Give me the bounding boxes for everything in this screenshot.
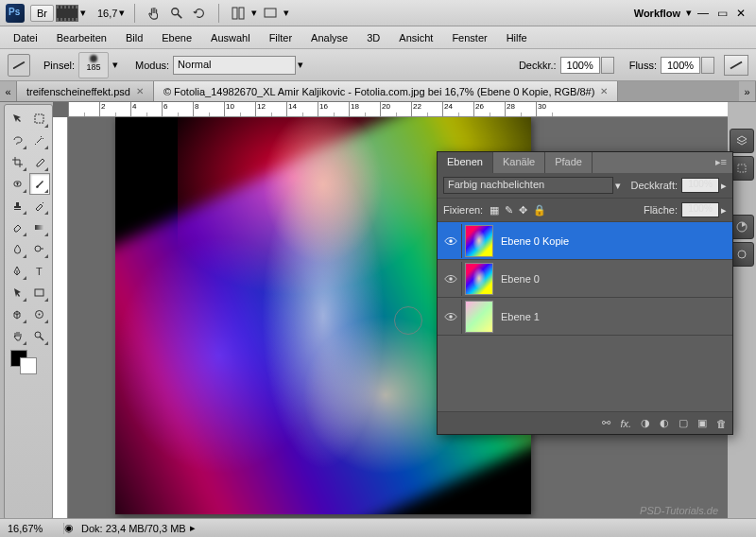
- lock-pixels-icon[interactable]: ▦: [490, 204, 499, 217]
- history-brush-tool[interactable]: [29, 195, 50, 217]
- menu-auswahl[interactable]: Auswahl: [211, 32, 250, 43]
- lasso-tool[interactable]: [8, 130, 28, 151]
- move-tool[interactable]: [8, 108, 28, 130]
- bridge-button[interactable]: Br: [30, 5, 54, 22]
- brush-preview[interactable]: 185: [78, 52, 109, 78]
- status-info-icon[interactable]: ◉: [64, 522, 74, 534]
- restore-icon[interactable]: ▭: [714, 7, 730, 20]
- airbrush-toggle[interactable]: [724, 55, 748, 76]
- tab-kanale[interactable]: Kanäle: [493, 152, 545, 173]
- dock-icon-layers[interactable]: [730, 129, 754, 153]
- layer-opacity-input[interactable]: 100%: [681, 178, 719, 193]
- status-doc-info[interactable]: Dok: 23,4 MB/70,3 MB: [81, 523, 186, 534]
- blend-mode-select[interactable]: Normal: [173, 56, 296, 75]
- filmstrip-icon[interactable]: [56, 5, 78, 22]
- layer-row[interactable]: Ebene 1: [438, 298, 732, 336]
- layer-thumbnail[interactable]: [465, 263, 493, 295]
- layer-name[interactable]: Ebene 1: [501, 311, 730, 322]
- flow-flyout[interactable]: [701, 57, 714, 74]
- layer-name[interactable]: Ebene 0 Kopie: [501, 235, 730, 247]
- tab-scroll-right[interactable]: »: [739, 81, 756, 101]
- menu-ansicht[interactable]: Ansicht: [399, 32, 433, 43]
- tab-scroll-left[interactable]: «: [0, 81, 17, 101]
- brush-dropdown[interactable]: ▾: [111, 59, 120, 71]
- menu-datei[interactable]: Datei: [13, 32, 38, 43]
- menu-fenster[interactable]: Fenster: [452, 32, 487, 43]
- document-tab-2[interactable]: © Fotolia_14982670_XL Amir Kaljikovic - …: [154, 81, 619, 101]
- layer-fill-input[interactable]: 100%: [681, 202, 719, 217]
- document-tab-1[interactable]: treifenscheineffekt.psd ✕: [17, 81, 154, 101]
- tool-preset-picker[interactable]: [8, 54, 30, 77]
- layer-row[interactable]: Ebene 0: [438, 260, 732, 298]
- arrange-dropdown[interactable]: ▾: [249, 7, 259, 19]
- eyedropper-tool[interactable]: [29, 151, 50, 173]
- lock-brush-icon[interactable]: ✎: [505, 204, 513, 217]
- 3d-camera-tool[interactable]: [29, 303, 50, 325]
- adjustment-layer-icon[interactable]: ◐: [660, 417, 669, 429]
- type-tool[interactable]: T: [29, 260, 50, 282]
- dodge-tool[interactable]: [29, 238, 50, 260]
- menu-ebene[interactable]: Ebene: [162, 32, 192, 43]
- layer-thumbnail[interactable]: [465, 225, 493, 257]
- zoom-value[interactable]: 16,7: [97, 8, 117, 19]
- opacity-input[interactable]: 100%: [560, 57, 600, 74]
- layer-fx-icon[interactable]: fx.: [620, 418, 631, 429]
- new-layer-icon[interactable]: ▣: [697, 417, 707, 429]
- tab-ebenen[interactable]: Ebenen: [438, 152, 493, 173]
- gradient-tool[interactable]: [29, 217, 50, 238]
- lock-position-icon[interactable]: ✥: [519, 204, 527, 217]
- tab-close-icon[interactable]: ✕: [136, 86, 144, 96]
- menu-bild[interactable]: Bild: [126, 32, 143, 43]
- menu-hilfe[interactable]: Hilfe: [507, 32, 527, 43]
- blend-dropdown[interactable]: ▾: [615, 180, 621, 192]
- 3d-tool[interactable]: [8, 303, 28, 325]
- shape-tool[interactable]: [29, 282, 50, 303]
- brush-tool[interactable]: [29, 173, 50, 195]
- menu-3d[interactable]: 3D: [367, 32, 380, 43]
- zoom-tool[interactable]: [29, 325, 50, 347]
- path-select-tool[interactable]: [8, 282, 28, 303]
- layer-group-icon[interactable]: ▢: [679, 417, 688, 429]
- menu-analyse[interactable]: Analyse: [311, 32, 348, 43]
- arrange-docs-icon[interactable]: [228, 3, 249, 24]
- visibility-toggle[interactable]: [439, 300, 462, 334]
- rotate-view-icon[interactable]: [189, 3, 210, 24]
- tab-pfade[interactable]: Pfade: [545, 152, 593, 173]
- horizontal-ruler[interactable]: 24681012141618202224262830: [68, 102, 728, 117]
- close-icon[interactable]: ✕: [733, 7, 748, 20]
- eraser-tool[interactable]: [8, 217, 28, 238]
- menu-filter[interactable]: Filter: [269, 32, 292, 43]
- lock-all-icon[interactable]: 🔒: [533, 204, 546, 217]
- heal-tool[interactable]: [8, 173, 28, 195]
- layer-row[interactable]: Ebene 0 Kopie: [438, 222, 732, 260]
- status-zoom[interactable]: 16,67%: [8, 523, 64, 534]
- delete-layer-icon[interactable]: 🗑: [716, 418, 727, 429]
- hand-tool[interactable]: [8, 325, 28, 347]
- zoom-dropdown[interactable]: ▾: [117, 7, 127, 19]
- marquee-tool[interactable]: [29, 108, 50, 130]
- layer-mask-icon[interactable]: ◑: [641, 417, 650, 429]
- link-layers-icon[interactable]: ⚯: [602, 417, 610, 429]
- wand-tool[interactable]: [29, 130, 50, 151]
- filmstrip-dropdown[interactable]: ▾: [78, 7, 88, 19]
- status-flyout[interactable]: ▸: [190, 522, 196, 534]
- hand-tool-icon[interactable]: [144, 3, 164, 24]
- vertical-ruler[interactable]: [53, 117, 68, 518]
- fill-flyout[interactable]: ▸: [721, 204, 727, 217]
- opacity-flyout[interactable]: ▸: [721, 180, 727, 192]
- tab-close-icon[interactable]: ✕: [600, 86, 608, 96]
- layer-thumbnail[interactable]: [465, 301, 493, 333]
- stamp-tool[interactable]: [8, 195, 28, 217]
- mode-dropdown[interactable]: ▾: [296, 59, 305, 71]
- zoom-tool-icon[interactable]: [166, 3, 187, 24]
- layers-panel[interactable]: Ebenen Kanäle Pfade ▸≡ Farbig nachbelich…: [437, 151, 733, 435]
- minimize-icon[interactable]: —: [696, 7, 711, 20]
- visibility-toggle[interactable]: [439, 262, 462, 296]
- flow-input[interactable]: 100%: [661, 57, 700, 74]
- visibility-toggle[interactable]: [439, 224, 462, 258]
- screen-mode-dropdown[interactable]: ▾: [282, 7, 291, 19]
- pen-tool[interactable]: [8, 260, 28, 282]
- panel-menu-icon[interactable]: ▸≡: [710, 152, 732, 173]
- workspace-switcher[interactable]: Workflow: [634, 8, 680, 19]
- screen-mode-icon[interactable]: [260, 3, 281, 24]
